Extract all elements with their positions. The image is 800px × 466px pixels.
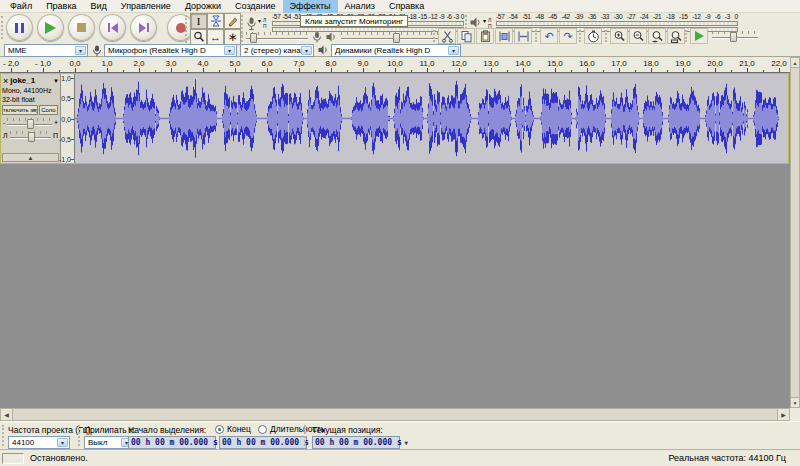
selection-tool-button[interactable]: I <box>190 13 207 29</box>
timer-record-button[interactable] <box>584 28 602 44</box>
mute-button[interactable]: Отключить звук <box>2 105 38 115</box>
fit-selection-button[interactable] <box>648 28 666 44</box>
multi-tool-button[interactable]: ∗ <box>224 29 241 45</box>
silence-button[interactable] <box>514 28 532 44</box>
ruler-label: 18,0 <box>643 59 659 68</box>
zoom-out-button[interactable] <box>629 28 647 44</box>
selection-end-field[interactable]: 00 h 00 m 00.000 s▾ <box>219 436 307 449</box>
dropdown-icon: ▾ <box>258 17 261 24</box>
undo-button[interactable]: ↶ <box>540 28 558 44</box>
ruler-label: 0,0 <box>69 59 80 68</box>
combo-arrow-icon[interactable]: ▾ <box>57 438 68 447</box>
project-rate-combo[interactable]: 44100▾ <box>8 436 70 449</box>
close-track-icon[interactable]: × <box>2 77 9 85</box>
dropdown-icon[interactable]: ▾ <box>405 439 408 446</box>
snap-to-combo[interactable]: Выкл▾ <box>84 436 134 449</box>
audio-position-field[interactable]: 00 h 00 m 00.000 s▾ <box>312 436 400 449</box>
redo-button[interactable]: ↷ <box>559 28 577 44</box>
zoom-tool-button[interactable] <box>190 29 207 45</box>
input-volume-slider[interactable] <box>341 31 445 43</box>
radio-off-icon[interactable] <box>258 425 267 434</box>
copy-button[interactable] <box>457 28 475 44</box>
device-toolbar: MME▾ Микрофон (Realtek High D▾ 2 (стерео… <box>0 44 470 57</box>
scroll-up-icon[interactable]: ▲ <box>790 57 800 68</box>
scrollbar-corner <box>790 408 800 421</box>
speaker-icon <box>326 32 337 43</box>
menu-item-6[interactable]: Эффекты <box>283 0 338 13</box>
meter-scale-tick: -57 <box>272 13 281 20</box>
menu-item-2[interactable]: Вид <box>84 0 114 13</box>
fit-project-button[interactable] <box>667 28 685 44</box>
selection-start-field[interactable]: 00 h 00 m 00.000 s▾ <box>128 436 216 449</box>
ruler-minor-tick <box>507 70 508 72</box>
radio-on-icon[interactable] <box>215 425 224 434</box>
microphone-icon <box>312 31 322 44</box>
vertical-scrollbar[interactable]: ▲ ▼ <box>790 57 800 408</box>
menu-item-3[interactable]: Управление <box>114 0 178 13</box>
scroll-right-icon[interactable]: ▶ <box>777 408 790 421</box>
menu-item-7[interactable]: Анализ <box>338 0 382 13</box>
ruler-minor-tick <box>91 70 92 72</box>
solo-button[interactable]: Соло <box>39 105 58 115</box>
collapse-icon: ▲ <box>28 155 34 161</box>
combo-arrow-icon[interactable]: ▾ <box>448 46 459 55</box>
dropdown-icon: ▾ <box>483 17 486 24</box>
vertical-scale-ruler[interactable]: 1,00,50,0-0,5-1,0 <box>61 74 75 163</box>
skip-to-end-button[interactable] <box>130 14 157 41</box>
recording-channels-combo[interactable]: 2 (стерео) кана.▾ <box>240 44 314 57</box>
ruler-label: 3,0 <box>165 59 176 68</box>
ruler-tick <box>459 68 460 72</box>
track-menu-arrow-icon[interactable]: ▼ <box>53 78 59 84</box>
combo-arrow-icon[interactable]: ▾ <box>301 46 312 55</box>
play-at-speed-button[interactable] <box>690 28 708 44</box>
pause-icon <box>15 23 24 33</box>
menu-item-4[interactable]: Дорожки <box>178 0 228 13</box>
playback-speed-slider[interactable] <box>712 30 758 42</box>
zoom-in-button[interactable] <box>610 28 628 44</box>
audacity-window: ФайлПравкаВидУправлениеДорожкиСозданиеЭф… <box>0 0 800 466</box>
stop-button[interactable] <box>68 14 95 41</box>
microphone-icon <box>246 17 257 31</box>
pause-button[interactable] <box>6 14 33 41</box>
scroll-down-icon[interactable]: ▼ <box>790 397 800 408</box>
meter-scale-tick: -6 <box>446 13 451 20</box>
draw-tool-button[interactable] <box>224 13 241 29</box>
play-button[interactable] <box>37 14 64 41</box>
pan-slider[interactable] <box>10 130 51 142</box>
playback-device-combo[interactable]: Динамики (Realtek High D▾ <box>331 44 461 57</box>
ruler-minor-tick <box>411 70 412 72</box>
paste-button[interactable] <box>476 28 494 44</box>
ruler-tick <box>75 68 76 72</box>
audio-host-combo[interactable]: MME▾ <box>4 44 88 57</box>
envelope-tool-button[interactable] <box>207 13 224 29</box>
gain-slider[interactable] <box>7 117 52 129</box>
waveform-area[interactable] <box>75 74 788 163</box>
ruler-label: 16,0 <box>579 59 595 68</box>
vertical-scrollbar-thumb[interactable] <box>790 68 800 397</box>
timeshift-tool-button[interactable]: ↔ <box>207 29 224 45</box>
selection-end-radio[interactable]: Конец <box>215 424 251 434</box>
ruler-tick <box>523 68 524 72</box>
collapse-track-button[interactable]: ▲ <box>2 153 59 162</box>
horizontal-scrollbar[interactable]: ◀ ▶ <box>0 408 790 421</box>
skip-to-start-button[interactable] <box>99 14 126 41</box>
ruler-tick <box>267 68 268 72</box>
menu-item-8[interactable]: Справка <box>382 0 431 13</box>
recording-device-combo[interactable]: Микрофон (Realtek High D▾ <box>104 44 237 57</box>
combo-arrow-icon[interactable]: ▾ <box>75 46 86 55</box>
scroll-left-icon[interactable]: ◀ <box>0 408 13 421</box>
horizontal-scrollbar-thumb[interactable] <box>13 408 777 421</box>
output-volume-slider[interactable] <box>246 31 308 43</box>
cut-button[interactable] <box>438 28 456 44</box>
transport-toolbar <box>6 14 194 41</box>
combo-arrow-icon[interactable]: ▾ <box>224 46 235 55</box>
ruler-tick <box>715 68 716 72</box>
timeline-ruler[interactable]: - 2,0- 1,00,01,02,03,04,05,06,07,08,09,0… <box>0 57 790 73</box>
track-title[interactable]: joke_1 <box>10 76 52 85</box>
speaker-icon <box>318 45 329 56</box>
menu-item-1[interactable]: Правка <box>39 0 83 13</box>
ruler-minor-tick <box>283 70 284 72</box>
trim-button[interactable] <box>495 28 513 44</box>
menu-item-5[interactable]: Создание <box>228 0 283 13</box>
menu-item-0[interactable]: Файл <box>3 0 39 13</box>
